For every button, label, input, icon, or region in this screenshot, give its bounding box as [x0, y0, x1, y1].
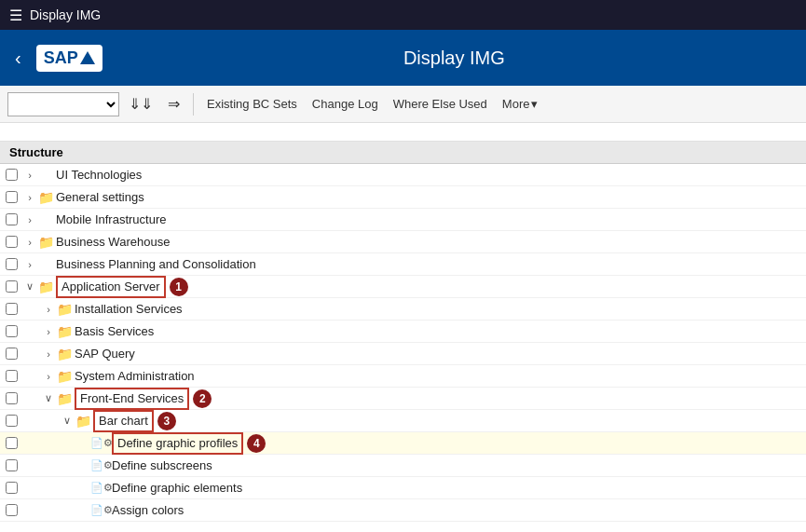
row-checkbox[interactable] — [0, 370, 22, 382]
page-icon: 📄⚙ — [93, 437, 110, 449]
expander-icon[interactable]: ∨ — [60, 415, 75, 427]
row-checkbox[interactable] — [0, 258, 22, 270]
row-label: General settings — [56, 190, 144, 204]
row-checkbox[interactable] — [0, 280, 22, 293]
tree-row[interactable]: 📄⚙Assign colors — [0, 499, 806, 522]
row-label: Define graphic profiles — [112, 432, 243, 455]
row-checkbox[interactable] — [0, 191, 22, 203]
row-checkbox[interactable] — [0, 392, 22, 404]
row-checkbox[interactable] — [0, 213, 22, 225]
page-icon: 📄⚙ — [93, 459, 110, 471]
step-badge: 1 — [170, 278, 188, 296]
row-label: Installation Services — [75, 302, 183, 316]
folder-icon: 📁 — [37, 235, 54, 250]
row-label: Front-End Services — [75, 388, 189, 410]
expander-icon[interactable]: ∨ — [22, 280, 37, 293]
row-checkbox[interactable] — [0, 482, 22, 494]
row-checkbox[interactable] — [0, 437, 22, 449]
expander-icon[interactable]: › — [22, 259, 37, 270]
row-checkbox[interactable] — [0, 169, 22, 181]
expander-icon[interactable]: › — [41, 304, 56, 315]
row-label: Assign colors — [112, 503, 184, 517]
more-label: More — [502, 97, 530, 111]
expander-icon[interactable]: › — [41, 326, 56, 337]
sap-logo: SAP — [36, 45, 102, 72]
bordered-label: Define graphic profiles — [112, 432, 243, 455]
expander-icon[interactable]: › — [22, 170, 37, 181]
folder-icon: 📁 — [56, 391, 73, 406]
tree-row[interactable]: ›📁Business Warehouse — [0, 231, 806, 253]
tree-area: ›UI Technologies›📁General settings›Mobil… — [0, 164, 806, 528]
row-label: Define graphic elements — [112, 481, 242, 495]
separator-1 — [193, 93, 194, 116]
tree-row[interactable]: ›Business Planning and Consolidation — [0, 253, 806, 276]
more-chevron-icon: ▾ — [531, 97, 538, 111]
row-checkbox[interactable] — [0, 459, 22, 471]
title-bar-text: Display IMG — [30, 7, 101, 22]
tree-row[interactable]: ›📁System Administration — [0, 365, 806, 388]
expander-icon[interactable]: › — [22, 214, 37, 225]
page-icon: 📄⚙ — [93, 482, 110, 494]
where-else-used-button[interactable]: Where Else Used — [388, 95, 493, 113]
menu-icon[interactable]: ☰ — [9, 7, 22, 24]
back-button[interactable]: ‹ — [15, 48, 21, 67]
folder-icon: 📁 — [37, 280, 54, 294]
row-checkbox[interactable] — [0, 504, 22, 516]
folder-icon: 📁 — [56, 369, 73, 384]
row-label: Business Warehouse — [56, 235, 170, 249]
select-dropdown[interactable] — [7, 92, 119, 116]
row-checkbox[interactable] — [0, 348, 22, 360]
expander-icon[interactable]: › — [22, 192, 37, 203]
tree-row[interactable]: 📄⚙Define graphic profiles4 — [0, 432, 806, 455]
step-badge: 2 — [193, 389, 212, 408]
row-label: Define subscreens — [112, 458, 212, 472]
tree-row[interactable]: ›📁SAP Query — [0, 343, 806, 365]
row-label: System Administration — [75, 369, 195, 383]
tree-row[interactable]: ∨📁Front-End Services2 — [0, 388, 806, 410]
row-checkbox[interactable] — [0, 325, 22, 337]
tree-row[interactable]: ∨📁Application Server1 — [0, 276, 806, 298]
expander-icon[interactable]: › — [22, 237, 37, 248]
folder-icon: 📁 — [75, 414, 91, 429]
row-checkbox[interactable] — [0, 303, 22, 315]
bordered-label: Front-End Services — [75, 388, 189, 410]
more-button[interactable]: More ▾ — [497, 95, 544, 113]
app-title: Display IMG — [117, 48, 791, 69]
toolbar: ⇓⇓ ⇒ Existing BC Sets Change Log Where E… — [0, 86, 806, 123]
tree-row[interactable]: 📄⚙Define subscreens — [0, 455, 806, 477]
row-label: Basis Services — [75, 324, 154, 338]
tree-row[interactable]: ›📁Basis Services — [0, 321, 806, 343]
row-label: SAP Query — [75, 347, 135, 361]
folder-icon: 📁 — [37, 190, 54, 205]
folder-icon: 📁 — [56, 347, 73, 361]
tree-row[interactable]: ›📁Installation Services — [0, 298, 806, 321]
folder-icon: 📁 — [56, 302, 73, 317]
expander-icon[interactable]: ∨ — [41, 392, 56, 404]
spacer-row — [0, 123, 806, 142]
bordered-label: Application Server — [56, 276, 166, 298]
goto-button[interactable]: ⇒ — [162, 93, 185, 115]
change-log-button[interactable]: Change Log — [307, 95, 384, 113]
tree-row[interactable]: ›Mobile Infrastructure — [0, 209, 806, 231]
row-label: Mobile Infrastructure — [56, 212, 167, 226]
row-label: UI Technologies — [56, 168, 142, 182]
structure-header: Structure — [0, 142, 806, 164]
row-checkbox[interactable] — [0, 415, 22, 427]
expander-icon[interactable]: › — [41, 371, 56, 382]
page-icon: 📄⚙ — [93, 504, 110, 516]
folder-icon: 📁 — [56, 324, 73, 339]
expand-all-button[interactable]: ⇓⇓ — [123, 93, 158, 115]
tree-row[interactable]: 📄⚙Define graphic elements — [0, 477, 806, 499]
existing-bc-sets-button[interactable]: Existing BC Sets — [201, 95, 303, 113]
step-badge: 4 — [247, 434, 266, 453]
row-label: Application Server — [56, 276, 166, 298]
app-header: ‹ SAP Display IMG — [0, 30, 806, 86]
row-checkbox[interactable] — [0, 236, 22, 248]
step-badge: 3 — [157, 412, 176, 430]
expander-icon[interactable]: › — [41, 348, 56, 360]
row-label: Business Planning and Consolidation — [56, 257, 256, 271]
row-label: Bar chart — [93, 410, 154, 432]
tree-row[interactable]: ∨📁Bar chart3 — [0, 410, 806, 432]
tree-row[interactable]: ›📁General settings — [0, 186, 806, 209]
tree-row[interactable]: ›UI Technologies — [0, 164, 806, 186]
